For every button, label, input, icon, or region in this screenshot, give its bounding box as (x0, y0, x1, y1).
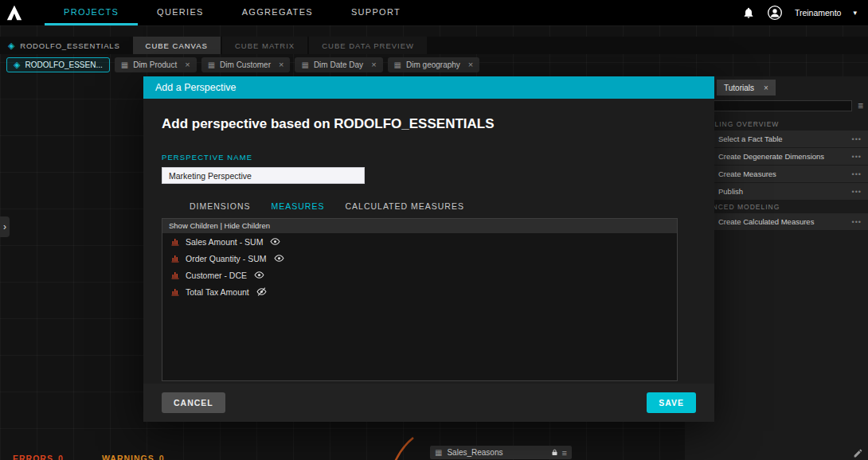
chip-dim-geography[interactable]: ▦ Dim geography × (388, 57, 480, 72)
chip-label: Dim geography (406, 60, 460, 69)
nav-label: SUPPORT (351, 7, 401, 17)
measure-name: Order Quantity - SUM (186, 254, 267, 263)
user-avatar-icon[interactable] (767, 5, 783, 21)
overflow-menu-icon[interactable]: ••• (852, 153, 868, 161)
tutorials-tab[interactable]: Tutorials × (717, 80, 776, 96)
overflow-menu-icon[interactable]: ••• (852, 170, 868, 178)
chip-dim-date-day[interactable]: ▦ Dim Date Day × (295, 57, 382, 72)
errors-count: 0 (58, 454, 64, 460)
measure-chart-icon (170, 254, 180, 263)
table-icon: ▦ (435, 448, 442, 457)
cube-icon: ◈ (14, 60, 20, 70)
overflow-menu-icon[interactable]: ••• (852, 218, 868, 226)
close-icon[interactable]: × (371, 60, 376, 69)
nav-item-queries[interactable]: QUERIES (138, 0, 223, 25)
visibility-toggle[interactable] (270, 236, 280, 247)
connection-curve (377, 430, 424, 460)
cube-icon: ◈ (8, 41, 15, 51)
visibility-toggle[interactable] (256, 287, 267, 297)
nav-label: AGGREGATES (242, 7, 313, 17)
tutorials-toolbar: ≡ (688, 99, 863, 113)
measure-name: Sales Amount - SUM (186, 237, 263, 247)
chip-label: Dim Customer (220, 60, 271, 69)
measure-name: Total Tax Amount (186, 287, 249, 297)
warnings-count: 0 (159, 454, 165, 460)
node-menu-icon[interactable]: ≡ (562, 448, 567, 458)
project-name-label: RODOLFO_ESSENTIALS (20, 41, 119, 50)
tab-cube-canvas[interactable]: CUBE CANVAS (133, 37, 221, 54)
close-icon[interactable]: × (764, 84, 768, 92)
show-hide-children-controls[interactable]: Show Children | Hide Children (162, 219, 677, 233)
chip-dim-customer[interactable]: ▦ Dim Customer × (201, 57, 291, 72)
tab-measures[interactable]: MEASURES (272, 201, 325, 211)
save-button[interactable]: SAVE (647, 392, 696, 413)
visibility-toggle[interactable] (254, 270, 264, 280)
username[interactable]: Treinamento (795, 8, 842, 18)
cancel-button[interactable]: CANCEL (162, 392, 225, 413)
edit-pencil-icon[interactable] (853, 448, 863, 458)
modal-title: Add perspective based on RODOLFO_ESSENTI… (162, 116, 714, 132)
measure-row[interactable]: Order Quantity - SUM (162, 250, 677, 267)
measure-row[interactable]: Customer - DCE (162, 267, 677, 283)
tab-cube-data-preview[interactable]: CUBE DATA PREVIEW (309, 37, 427, 54)
measures-list: Show Children | Hide Children Sales Amou… (162, 218, 678, 381)
project-tab-bar: ◈ RODOLFO_ESSENTIALS CUBE CANVAS CUBE MA… (0, 37, 868, 54)
eye-icon (254, 270, 264, 280)
project-name[interactable]: ◈ RODOLFO_ESSENTIALS (0, 37, 133, 54)
chip-label: RODOLFO_ESSEN... (25, 60, 102, 69)
nav-label: PROJECTS (64, 7, 119, 17)
warnings-status[interactable]: WARNINGS0 (102, 454, 165, 460)
tab-label: CUBE DATA PREVIEW (322, 41, 414, 50)
tab-calculated-measures[interactable]: CALCULATED MEASURES (345, 201, 464, 211)
errors-status[interactable]: ERRORS0 (13, 454, 64, 460)
measure-name: Customer - DCE (186, 271, 247, 280)
chip-label: Dim Product (133, 60, 177, 69)
eye-icon (274, 253, 284, 263)
logo-icon (6, 4, 23, 21)
atscale-logo[interactable] (0, 0, 29, 25)
eye-off-icon (256, 287, 267, 297)
measure-row[interactable]: Total Tax Amount (162, 283, 677, 300)
tab-dimensions[interactable]: DIMENSIONS (190, 201, 251, 211)
canvas-node-sales-reasons[interactable]: ▦ Sales_Reasons ≡ (430, 446, 572, 459)
dimension-chip-bar: ◈ RODOLFO_ESSEN... ▦ Dim Product × ▦ Dim… (0, 56, 868, 73)
tab-label: DIMENSIONS (190, 201, 251, 211)
overflow-menu-icon[interactable]: ••• (852, 188, 868, 196)
tab-label: CALCULATED MEASURES (345, 201, 464, 211)
errors-label: ERRORS (13, 454, 53, 460)
overflow-menu-icon[interactable]: ••• (852, 135, 868, 143)
warnings-label: WARNINGS (102, 454, 154, 460)
chip-label: Dim Date Day (314, 60, 363, 69)
chip-cube[interactable]: ◈ RODOLFO_ESSEN... (6, 57, 110, 72)
tab-label: CUBE MATRIX (235, 41, 295, 50)
perspective-name-label: PERSPECTIVE NAME (162, 153, 714, 162)
chip-dim-product[interactable]: ▦ Dim Product × (115, 57, 197, 72)
nav-item-aggregates[interactable]: AGGREGATES (223, 0, 332, 25)
chevron-down-icon[interactable]: ▾ (853, 9, 857, 17)
table-icon: ▦ (208, 60, 215, 69)
tutorial-item-label: Create Measures (718, 170, 776, 178)
tab-cube-matrix[interactable]: CUBE MATRIX (222, 37, 307, 54)
notification-bell-icon[interactable] (742, 6, 755, 19)
close-icon[interactable]: × (279, 60, 283, 69)
measure-chart-icon (170, 271, 180, 280)
measure-row[interactable]: Sales Amount - SUM (162, 233, 677, 250)
nav-item-projects[interactable]: PROJECTS (45, 0, 138, 25)
nav-item-support[interactable]: SUPPORT (332, 0, 420, 25)
eye-icon (270, 236, 280, 247)
app-screen: ▦ Sales_Reasons ≡ Sales_Reasons Hierarch… (0, 0, 868, 460)
menu-icon[interactable]: ≡ (858, 100, 863, 111)
perspective-name-input[interactable] (162, 167, 365, 184)
table-icon: ▦ (121, 60, 128, 69)
close-icon[interactable]: × (185, 60, 190, 69)
close-icon[interactable]: × (468, 60, 473, 69)
visibility-toggle[interactable] (274, 253, 284, 263)
left-panel-expand-button[interactable]: › (0, 216, 10, 237)
tutorial-item-label: Create Degenerate Dimensions (718, 152, 824, 161)
add-perspective-modal: Add a Perspective Add perspective based … (143, 76, 714, 422)
chevron-right-icon: › (3, 221, 6, 232)
tutorial-item-label: Create Calculated Measures (718, 217, 814, 226)
modal-footer: CANCEL SAVE (143, 384, 714, 422)
tutorial-item-label: Select a Fact Table (718, 134, 783, 143)
top-navigation: PROJECTS QUERIES AGGREGATES SUPPORT Trei… (0, 0, 868, 25)
